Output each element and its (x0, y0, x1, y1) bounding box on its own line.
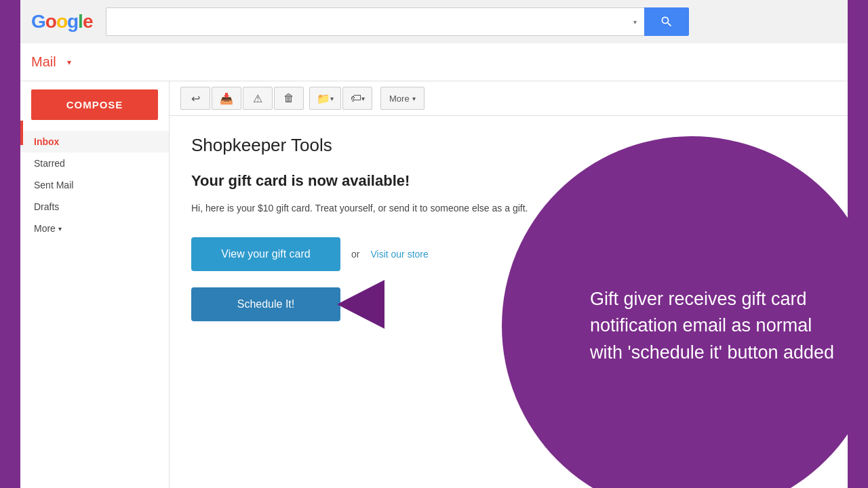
search-icon (660, 15, 673, 28)
sidebar-item-drafts[interactable]: Drafts (20, 196, 169, 218)
archive-button[interactable]: 📥 (212, 87, 241, 110)
search-input[interactable] (106, 7, 625, 36)
label-arrow-icon: ▾ (361, 95, 365, 102)
mail-header: Mail ▾ (20, 43, 848, 81)
bubble-text-container: Gift giver receives gift card notificati… (502, 136, 848, 488)
starred-label: Starred (34, 158, 65, 169)
reply-button[interactable]: ↩ (180, 87, 210, 110)
labels-button[interactable]: 🏷 ▾ (342, 87, 372, 110)
delete-button[interactable]: 🗑 (274, 87, 304, 110)
google-logo: Google (31, 11, 92, 33)
mail-label[interactable]: Mail (20, 49, 67, 75)
search-bar: ▾ (106, 7, 689, 36)
sidebar: COMPOSE Inbox Starred Sent Mail Drafts M… (20, 81, 170, 488)
bubble-text: Gift giver receives gift card notificati… (502, 259, 848, 392)
schedule-button[interactable]: Schedule It! (191, 287, 340, 321)
schedule-arrow-icon (337, 280, 384, 329)
more-chevron-icon: ▾ (58, 225, 62, 232)
visit-store-link[interactable]: Visit our store (370, 249, 428, 260)
toolbar: ↩ 📥 ⚠ 🗑 📁 ▾ 🏷 ▾ (170, 81, 848, 116)
mail-dropdown-arrow[interactable]: ▾ (67, 58, 71, 67)
compose-button[interactable]: COMPOSE (31, 89, 158, 120)
search-button[interactable] (644, 7, 689, 36)
sent-label: Sent Mail (34, 180, 73, 190)
or-text: or (351, 249, 359, 260)
sidebar-item-starred[interactable]: Starred (20, 152, 169, 174)
sidebar-item-sent[interactable]: Sent Mail (20, 174, 169, 196)
search-dropdown-btn[interactable]: ▾ (625, 7, 644, 36)
view-gift-card-button[interactable]: View your gift card (191, 237, 340, 271)
sidebar-accent (20, 121, 23, 145)
folder-arrow-icon: ▾ (330, 95, 334, 102)
email-content: Shopkeeper Tools Your gift card is now a… (170, 116, 848, 488)
toolbar-group-actions: ↩ 📥 ⚠ 🗑 (180, 87, 304, 110)
drafts-label: Drafts (34, 201, 59, 212)
more-button[interactable]: More ▾ (380, 87, 425, 110)
more-label: More (34, 223, 56, 234)
folder-icon: 📁 (317, 92, 330, 105)
sidebar-item-more[interactable]: More ▾ (20, 218, 169, 239)
inbox-label: Inbox (34, 136, 59, 147)
email-main: ↩ 📥 ⚠ 🗑 📁 ▾ 🏷 ▾ (170, 81, 848, 488)
report-spam-button[interactable]: ⚠ (243, 87, 273, 110)
toolbar-group-folder: 📁 ▾ 🏷 ▾ (309, 87, 372, 110)
sidebar-item-inbox[interactable]: Inbox (20, 131, 169, 152)
move-to-button[interactable]: 📁 ▾ (309, 87, 341, 110)
more-label-text: More (389, 94, 410, 104)
more-arrow-icon: ▾ (412, 95, 416, 102)
label-icon: 🏷 (351, 92, 361, 104)
